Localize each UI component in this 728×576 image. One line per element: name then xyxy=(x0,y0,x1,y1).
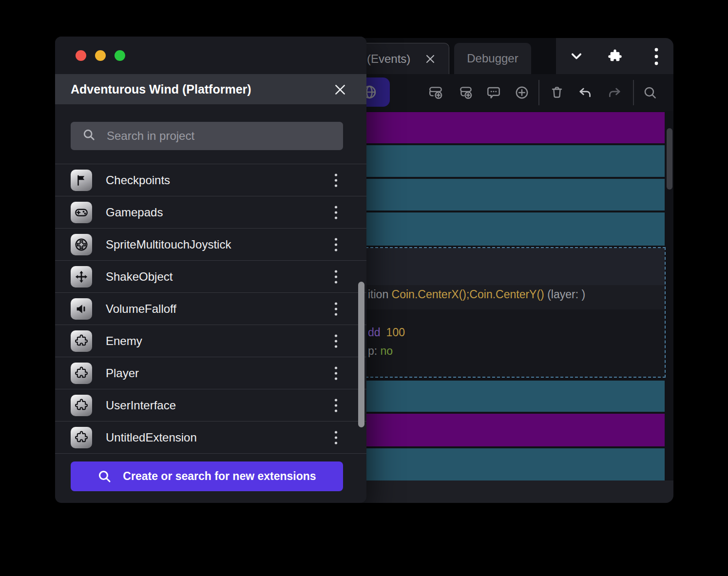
delete-trash-icon[interactable] xyxy=(549,84,565,101)
chevron-down-icon[interactable] xyxy=(568,48,585,65)
event-row[interactable] xyxy=(356,448,665,480)
extension-name: Gamepads xyxy=(106,206,328,219)
puzzle-icon xyxy=(71,363,92,384)
extension-row[interactable]: Enemy xyxy=(55,325,366,357)
event-row[interactable] xyxy=(356,212,665,246)
event-row[interactable] xyxy=(356,414,665,446)
tab-events-label: (Events) xyxy=(367,52,410,66)
row-menu-button[interactable] xyxy=(328,298,343,320)
event-row[interactable] xyxy=(356,145,665,177)
toolbar-divider xyxy=(538,80,539,105)
search-icon xyxy=(97,469,112,484)
search-icon xyxy=(82,128,96,144)
selected-event[interactable]: ition Coin.CenterX();Coin.CenterY() (lay… xyxy=(356,247,666,378)
minimize-traffic-light[interactable] xyxy=(95,50,106,61)
tab-debugger-label: Debugger xyxy=(467,52,518,65)
tab-bar: (Events) Debugger xyxy=(356,38,673,74)
undo-icon[interactable] xyxy=(577,84,594,101)
row-menu-button[interactable] xyxy=(328,170,343,191)
zoom-traffic-light[interactable] xyxy=(115,50,125,61)
extension-name: Checkpoints xyxy=(106,173,328,187)
row-menu-button[interactable] xyxy=(328,234,343,255)
event-row[interactable] xyxy=(356,179,665,211)
extension-name: ShakeObject xyxy=(106,270,328,284)
screen: (Events) Debugger xyxy=(0,0,728,576)
extension-row[interactable]: Gamepads xyxy=(55,196,366,228)
events-editor-window: (Events) Debugger xyxy=(356,38,673,503)
puzzle-icon xyxy=(71,330,92,352)
redo-icon[interactable] xyxy=(606,84,623,101)
extension-row[interactable]: UntitledExtension xyxy=(55,421,366,453)
puzzle-icon xyxy=(71,427,92,448)
close-traffic-light[interactable] xyxy=(76,50,86,61)
row-menu-button[interactable] xyxy=(328,395,343,416)
event-row[interactable] xyxy=(356,112,665,143)
tab-events[interactable]: (Events) xyxy=(356,43,449,74)
joystick-icon xyxy=(71,234,92,255)
extension-name: VolumeFalloff xyxy=(106,302,328,316)
event-value-text: dd100 xyxy=(368,326,405,339)
event-action-text: ition Coin.CenterX();Coin.CenterY() (lay… xyxy=(368,288,585,301)
extension-name: Enemy xyxy=(106,334,328,348)
move-arrows-icon xyxy=(71,266,92,288)
dialog-scrollbar[interactable] xyxy=(358,282,364,427)
row-menu-button[interactable] xyxy=(328,266,343,288)
gamepad-icon xyxy=(71,202,92,223)
list-divider xyxy=(55,453,366,454)
row-menu-button[interactable] xyxy=(328,363,343,384)
extension-row[interactable]: SpriteMultitouchJoystick xyxy=(55,228,366,260)
add-circle-icon[interactable] xyxy=(514,84,530,101)
flag-icon xyxy=(71,170,92,191)
dialog-title: Adventurous Wind (Platformer) xyxy=(71,82,251,96)
puzzle-icon xyxy=(71,395,92,416)
events-sheet-footer xyxy=(356,480,673,503)
selected-event-conditions[interactable] xyxy=(357,248,665,285)
extension-row[interactable]: Player xyxy=(55,357,366,389)
extension-row[interactable]: ShakeObject xyxy=(55,260,366,292)
extension-name: Player xyxy=(106,366,328,380)
tab-close-icon[interactable] xyxy=(423,52,438,66)
extensions-dialog: Adventurous Wind (Platformer) Checkpoint… xyxy=(55,37,366,503)
add-event-icon[interactable] xyxy=(428,84,444,101)
events-sheet: ition Coin.CenterX();Coin.CenterY() (lay… xyxy=(356,111,673,480)
add-comment-icon[interactable] xyxy=(485,84,502,101)
extension-name: UntitledExtension xyxy=(106,431,328,444)
window-menu-dots-icon[interactable] xyxy=(648,48,665,65)
dialog-header: Adventurous Wind (Platformer) xyxy=(55,74,366,104)
extensions-puzzle-icon[interactable] xyxy=(606,48,624,65)
row-menu-button[interactable] xyxy=(328,330,343,352)
search-input[interactable] xyxy=(106,122,343,150)
extension-row[interactable]: UserInterface xyxy=(55,389,366,421)
add-subevent-icon[interactable] xyxy=(458,84,474,101)
extension-row[interactable]: Checkpoints xyxy=(55,164,366,196)
speaker-icon xyxy=(71,298,92,320)
toolbar-divider xyxy=(633,80,634,105)
extension-name: UserInterface xyxy=(106,399,328,412)
create-extension-button[interactable]: Create or search for new extensions xyxy=(71,461,343,491)
tab-debugger[interactable]: Debugger xyxy=(454,43,531,74)
event-row[interactable] xyxy=(356,381,665,412)
row-menu-button[interactable] xyxy=(328,202,343,223)
row-menu-button[interactable] xyxy=(328,427,343,448)
events-toolbar xyxy=(356,74,673,111)
dialog-titlebar xyxy=(55,37,366,74)
event-flag-text: p: no xyxy=(368,345,393,358)
extension-name: SpriteMultitouchJoystick xyxy=(106,238,328,251)
create-extension-label: Create or search for new extensions xyxy=(123,470,316,483)
window-controls-group xyxy=(556,38,673,74)
dialog-close-icon[interactable] xyxy=(332,82,348,97)
search-events-icon[interactable] xyxy=(642,84,658,101)
events-scrollbar[interactable] xyxy=(667,128,672,190)
project-search-box xyxy=(71,122,343,150)
extension-row[interactable]: VolumeFalloff xyxy=(55,292,366,325)
